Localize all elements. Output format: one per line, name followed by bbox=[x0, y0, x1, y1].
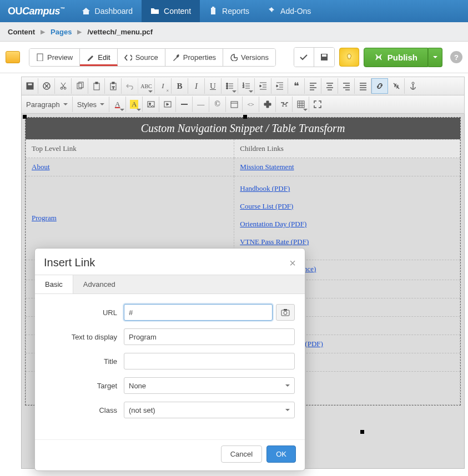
dropdown-label: Paragraph bbox=[26, 100, 60, 109]
link-vtne[interactable]: VTNE Pass Rate (PDF) bbox=[240, 237, 309, 246]
nav-content[interactable]: Content bbox=[142, 0, 200, 22]
check-button[interactable] bbox=[294, 48, 314, 67]
text-label: Text to display bbox=[45, 333, 117, 341]
undo-icon[interactable] bbox=[122, 78, 138, 94]
bg-color-icon[interactable]: A bbox=[126, 97, 143, 112]
unlink-icon[interactable] bbox=[388, 78, 405, 94]
chevron-right-icon: ▶ bbox=[41, 28, 45, 36]
select-value: None bbox=[129, 382, 146, 390]
align-center-icon[interactable] bbox=[321, 78, 338, 94]
svg-rect-5 bbox=[28, 83, 32, 85]
svg-rect-26 bbox=[298, 101, 304, 108]
cancel-button[interactable]: Cancel bbox=[221, 445, 262, 463]
help-button[interactable]: ? bbox=[450, 51, 462, 63]
nav-addons[interactable]: Add-Ons bbox=[258, 0, 320, 22]
tab-label: Versions bbox=[241, 53, 269, 62]
target-select[interactable]: None bbox=[124, 377, 295, 394]
save-group bbox=[294, 47, 335, 67]
title-input[interactable] bbox=[124, 353, 295, 369]
link-icon[interactable] bbox=[371, 78, 388, 94]
spellcheck-icon[interactable]: ABC bbox=[138, 78, 155, 94]
link-program[interactable]: Program bbox=[32, 214, 57, 222]
underline-icon[interactable]: U bbox=[205, 78, 222, 94]
number-list-icon[interactable]: 12 bbox=[238, 78, 255, 94]
ok-button[interactable]: OK bbox=[266, 445, 296, 463]
close-icon[interactable]: × bbox=[289, 257, 296, 269]
clear-format-icon[interactable]: I× bbox=[155, 78, 172, 94]
link-orientation[interactable]: Orientation Day (PDF) bbox=[240, 220, 306, 228]
anchor-icon[interactable] bbox=[405, 78, 421, 94]
align-left-icon[interactable] bbox=[305, 78, 321, 94]
tips-button[interactable] bbox=[339, 48, 359, 67]
dropdown-label: Styles bbox=[77, 100, 97, 109]
cancel-icon[interactable] bbox=[38, 78, 55, 94]
publish-label: Publish bbox=[388, 53, 417, 62]
link-about[interactable]: About bbox=[32, 163, 50, 171]
preview-tab[interactable]: Preview bbox=[29, 49, 80, 66]
paste-icon[interactable] bbox=[88, 78, 105, 94]
copy-icon[interactable] bbox=[72, 78, 88, 94]
folder-icon[interactable] bbox=[6, 51, 20, 63]
embed-icon[interactable]: <> bbox=[243, 97, 259, 112]
link-courselist[interactable]: Course List (PDF) bbox=[240, 202, 293, 210]
outdent-icon[interactable] bbox=[255, 78, 271, 94]
source-tab[interactable]: Source bbox=[118, 49, 165, 66]
publish-button[interactable]: Publish bbox=[364, 48, 428, 67]
versions-tab[interactable]: Versions bbox=[223, 49, 275, 66]
tab-advanced[interactable]: Advanced bbox=[73, 275, 125, 293]
check-icon bbox=[299, 53, 308, 62]
svg-point-3 bbox=[378, 57, 379, 58]
svg-rect-11 bbox=[94, 83, 99, 90]
styles-dropdown[interactable]: Styles bbox=[73, 97, 109, 112]
bold-icon[interactable]: B bbox=[172, 78, 188, 94]
symbol-icon[interactable]: — bbox=[193, 97, 209, 112]
publish-dropdown[interactable] bbox=[428, 48, 442, 67]
copyright-icon[interactable]: © bbox=[209, 97, 226, 112]
align-right-icon[interactable] bbox=[338, 78, 355, 94]
indent-icon[interactable] bbox=[271, 78, 288, 94]
tab-basic[interactable]: Basic bbox=[35, 275, 73, 293]
image-icon[interactable] bbox=[143, 97, 159, 112]
crumb-path: /vettech/_menu.pcf bbox=[87, 28, 153, 36]
paragraph-dropdown[interactable]: Paragraph bbox=[22, 97, 73, 112]
crumb-pages[interactable]: Pages bbox=[51, 28, 72, 36]
nav-label: Reports bbox=[222, 7, 249, 16]
snippet-icon[interactable] bbox=[259, 97, 276, 112]
table-row: Program Handbook (PDF) Course List (PDF)… bbox=[26, 176, 460, 260]
italic-icon[interactable]: I bbox=[188, 78, 205, 94]
svg-text:T: T bbox=[112, 85, 115, 90]
edit-tab[interactable]: Edit bbox=[80, 49, 117, 66]
properties-tab[interactable]: Properties bbox=[165, 49, 223, 66]
fullscreen-icon[interactable] bbox=[309, 97, 326, 112]
save-icon[interactable] bbox=[22, 78, 38, 94]
folder-icon bbox=[150, 7, 159, 16]
blockquote-icon[interactable]: ❝ bbox=[288, 78, 305, 94]
class-select[interactable]: (not set) bbox=[124, 402, 295, 418]
bullet-list-icon[interactable] bbox=[222, 78, 238, 94]
class-label: Class bbox=[45, 406, 117, 414]
svg-point-21 bbox=[412, 82, 414, 84]
nav-dashboard[interactable]: Dashboard bbox=[73, 0, 142, 22]
align-justify-icon[interactable] bbox=[355, 78, 371, 94]
date-icon[interactable] bbox=[226, 97, 243, 112]
media-icon[interactable] bbox=[159, 97, 176, 112]
url-input[interactable] bbox=[124, 304, 273, 321]
text-input[interactable] bbox=[124, 328, 295, 345]
save-button[interactable] bbox=[314, 48, 334, 67]
text-color-icon[interactable]: A bbox=[109, 97, 126, 112]
link-handbook[interactable]: Handbook (PDF) bbox=[240, 184, 290, 193]
table-icon[interactable] bbox=[293, 97, 309, 112]
svg-rect-14 bbox=[112, 82, 114, 84]
nav-reports[interactable]: Reports bbox=[200, 0, 258, 22]
hr-icon[interactable] bbox=[176, 97, 193, 112]
asset-icon[interactable] bbox=[276, 97, 293, 112]
wrench-icon bbox=[172, 53, 180, 61]
browse-button[interactable] bbox=[276, 304, 295, 321]
paste-text-icon[interactable]: T bbox=[105, 78, 122, 94]
svg-rect-2 bbox=[322, 54, 326, 57]
svg-rect-0 bbox=[37, 54, 43, 61]
crumb-root[interactable]: Content bbox=[8, 28, 35, 36]
link-mission[interactable]: Mission Statement bbox=[240, 163, 294, 171]
modal-tabs: Basic Advanced bbox=[35, 275, 305, 294]
cut-icon[interactable] bbox=[55, 78, 72, 94]
